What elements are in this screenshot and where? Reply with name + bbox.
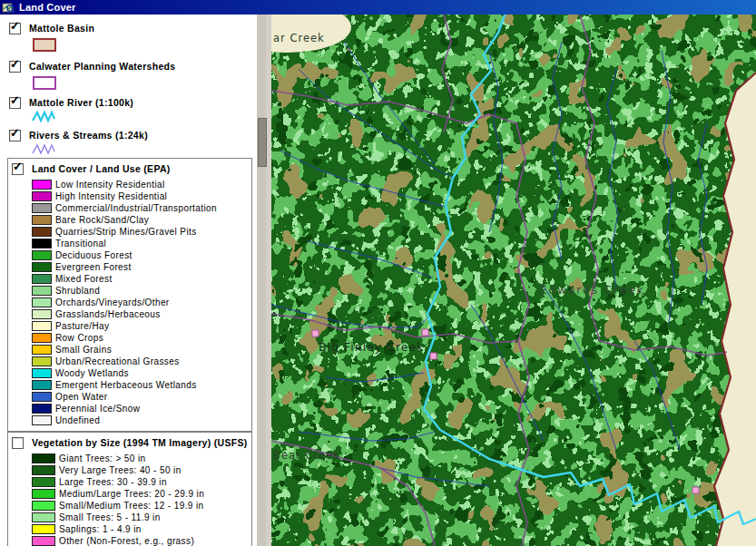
layer-checkbox[interactable]: ✓ [9,97,21,109]
layer-mattole-river[interactable]: ✓ Mattole River (1:100k) [9,96,133,109]
application-window: Land Cover ✓ Mattole Basin ✓ Calwater Pl… [0,0,756,546]
layer-checkbox[interactable]: ✓ [9,23,21,34]
mattole-river-swatch[interactable] [31,109,56,125]
layer-rivers-streams[interactable]: ✓ Rivers & Streams (1:24k) [9,129,148,141]
legend-swatch [32,345,52,355]
map-label: Bear Creek [273,449,340,462]
checkmark-icon: ✓ [13,161,23,172]
legend-swatch [32,465,55,475]
checkmark-icon: ✓ [10,127,20,139]
scrollbar-thumb[interactable] [258,118,267,167]
map-view[interactable]: ar Creek Edwards Creek Big Finley Creek … [271,15,756,546]
legend-swatch [32,453,55,463]
legend-panel: ✓ Mattole Basin ✓ Calwater Planning Wate… [0,15,257,546]
legend-swatch [32,191,52,201]
layer-checkbox[interactable]: ✓ [9,61,21,73]
layer-checkbox[interactable] [12,437,24,449]
checkmark-icon: ✓ [10,94,20,106]
layer-label: Land Cover / Land Use (EPA) [32,163,171,174]
legend-swatch [32,309,52,319]
legend-swatch [32,297,52,307]
legend-swatch [32,380,52,390]
window-titlebar[interactable]: Land Cover [0,0,756,15]
map-label: Big Finley Creek [319,340,424,354]
checkmark-icon: ✓ [10,58,20,70]
legend-swatch [32,333,52,343]
legend-swatch [32,404,52,414]
layer-calwater-watersheds[interactable]: ✓ Calwater Planning Watersheds [9,60,175,73]
layer-label: Rivers & Streams (1:24k) [29,130,148,141]
map-label: Edwards Creek [540,284,645,297]
legend-swatch [32,274,52,284]
legend-swatch [32,356,52,366]
legend-swatch [32,415,52,425]
legend-swatch [32,536,55,546]
layer-checkbox[interactable]: ✓ [12,163,24,175]
legend-scrollbar[interactable] [257,15,266,546]
layer-label: Mattole Basin [29,23,94,34]
legend-swatch [32,215,52,225]
calwater-swatch[interactable] [33,76,56,90]
epa-landcover-group: ✓ Land Cover / Land Use (EPA) Low Intens… [7,158,252,432]
legend-swatch [32,227,52,237]
river-line-swatch [33,112,54,121]
legend-swatch [32,250,52,260]
window-title: Land Cover [19,2,76,13]
stream-line-swatch [33,145,54,153]
map-canvas[interactable]: ar Creek Edwards Creek Big Finley Creek … [271,15,756,546]
legend-swatch [32,489,55,499]
layer-label: Vegetation by Size (1994 TM Imagery) (US… [32,437,248,448]
legend-swatch [32,180,52,190]
legend-swatch [32,392,52,402]
legend-swatch [32,321,52,331]
mattole-basin-swatch[interactable] [33,38,56,52]
rivers-streams-swatch[interactable] [31,141,56,158]
legend-swatch [32,524,55,534]
legend-swatch [32,262,52,272]
legend-swatch [32,512,55,522]
layer-label: Mattole River (1:100k) [29,97,133,108]
legend-swatch [32,368,52,378]
legend-swatch [32,203,52,213]
legend-swatch [32,501,55,511]
layer-label: Calwater Planning Watersheds [29,61,175,72]
layer-epa-landcover[interactable]: ✓ Land Cover / Land Use (EPA) [12,162,171,175]
window-icon [2,2,15,14]
layer-vegetation-size[interactable]: Vegetation by Size (1994 TM Imagery) (US… [12,436,248,449]
vegetation-size-group: Vegetation by Size (1994 TM Imagery) (US… [7,432,252,546]
layer-checkbox[interactable]: ✓ [9,130,21,141]
legend-swatch [32,286,52,296]
legend-swatch [32,239,52,249]
map-label: ar Creek [273,32,325,44]
legend-swatch [32,477,55,487]
layer-mattole-basin[interactable]: ✓ Mattole Basin [9,22,94,34]
checkmark-icon: ✓ [10,20,20,32]
